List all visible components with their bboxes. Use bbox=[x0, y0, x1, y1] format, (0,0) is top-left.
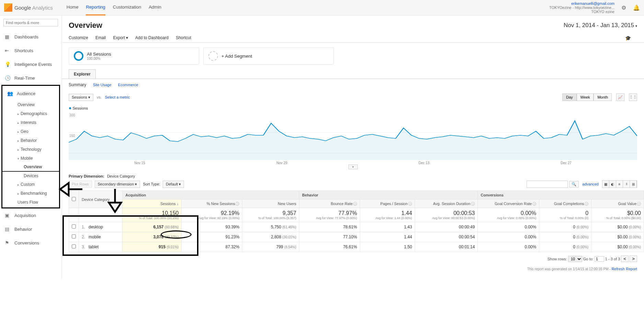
audience-interests[interactable]: Interests bbox=[2, 118, 59, 127]
select-metric[interactable]: Select a metric bbox=[105, 95, 130, 99]
notifications-bell-icon[interactable]: 🔔 bbox=[633, 4, 640, 11]
sort-arrow-icon: ↓ bbox=[177, 202, 179, 206]
sidebar-acquisition[interactable]: ▣Acquisition bbox=[0, 208, 61, 222]
col-device-category[interactable]: Device Category bbox=[79, 191, 123, 208]
view-pie-icon[interactable]: ◐ bbox=[609, 181, 616, 188]
help-icon[interactable]: ? bbox=[585, 202, 588, 206]
col-new-users[interactable]: New Users bbox=[242, 200, 299, 208]
btn-shortcut[interactable]: Shortcut bbox=[176, 35, 191, 40]
col-duration[interactable]: Avg. Session Duration? bbox=[415, 200, 478, 208]
brand: Google Analytics bbox=[14, 5, 53, 11]
rows-per-page[interactable]: 10 bbox=[568, 256, 582, 262]
audience-mobile[interactable]: Mobile bbox=[2, 154, 59, 163]
col-pages[interactable]: Pages / Session? bbox=[360, 200, 415, 208]
table-row[interactable]: 1. desktop 6,157 (60.66%) 93.39% 5,750 (… bbox=[69, 222, 644, 232]
audience-behavior[interactable]: Behavior bbox=[2, 136, 59, 145]
chart-type-motion-icon[interactable]: ⋮⋮ bbox=[629, 93, 637, 101]
sidebar-realtime[interactable]: 🕒Real-Time bbox=[0, 71, 61, 85]
nav-admin[interactable]: Admin bbox=[149, 0, 161, 15]
subtab-ecommerce[interactable]: Ecommerce bbox=[118, 83, 138, 87]
people-icon: 👥 bbox=[7, 91, 13, 96]
col-goal-rate[interactable]: Goal Conversion Rate? bbox=[478, 200, 539, 208]
legend-dot-icon: ● bbox=[69, 105, 71, 111]
search-input[interactable] bbox=[3, 19, 58, 26]
help-icon[interactable]: ? bbox=[532, 202, 536, 206]
help-icon[interactable]: ? bbox=[353, 202, 357, 206]
btn-add-dashboard[interactable]: Add to Dashboard bbox=[135, 35, 169, 40]
audience-users-flow[interactable]: Users Flow bbox=[2, 198, 59, 207]
account-email[interactable]: erikemanuelli@gmail.com bbox=[549, 1, 614, 5]
page-title: Overview bbox=[69, 21, 102, 30]
sort-type-dropdown[interactable]: Default ▾ bbox=[163, 181, 184, 188]
date-range-picker[interactable]: Nov 1, 2014 - Jan 13, 2015▾ bbox=[564, 22, 637, 29]
metric-dropdown[interactable]: Sessions ▾ bbox=[69, 94, 93, 101]
behavior-icon: ▤ bbox=[5, 226, 11, 232]
table-row[interactable]: 2. mobile 3,078 (30.33%) 91.23% 2,808 (3… bbox=[69, 232, 644, 242]
nav-home[interactable]: Home bbox=[67, 0, 79, 15]
sidebar-behavior[interactable]: ▤Behavior bbox=[0, 222, 61, 236]
pager-prev[interactable]: < bbox=[621, 255, 629, 262]
subtab-site-usage[interactable]: Site Usage bbox=[93, 83, 112, 87]
btn-plot-rows: Plot Rows bbox=[69, 181, 92, 188]
select-all-checkbox[interactable] bbox=[72, 197, 76, 201]
audience-custom[interactable]: Custom bbox=[2, 180, 59, 189]
view-bar-icon[interactable]: ≡ bbox=[616, 181, 623, 188]
help-icon[interactable]: ? bbox=[408, 202, 412, 206]
refresh-report[interactable]: Refresh Report bbox=[611, 267, 637, 271]
col-goal-comp[interactable]: Goal Completions? bbox=[539, 200, 591, 208]
nav-customization[interactable]: Customization bbox=[113, 0, 141, 15]
sidebar-dashboards[interactable]: ▦Dashboards bbox=[0, 30, 61, 44]
mobile-devices[interactable]: Devices bbox=[2, 172, 59, 180]
help-icon[interactable]: ? bbox=[235, 202, 239, 206]
btn-day[interactable]: Day bbox=[562, 93, 577, 101]
btn-export[interactable]: Export ▾ bbox=[113, 35, 128, 40]
sidebar-audience[interactable]: 👥Audience bbox=[2, 87, 59, 100]
help-icon[interactable]: ? bbox=[637, 202, 641, 206]
col-bounce[interactable]: Bounce Rate? bbox=[299, 200, 360, 208]
row-checkbox[interactable] bbox=[72, 244, 76, 249]
row-checkbox[interactable] bbox=[72, 224, 76, 229]
chart-expand-handle[interactable]: ▾ bbox=[348, 164, 358, 169]
col-goal-value[interactable]: Goal Value? bbox=[591, 200, 644, 208]
search-icon[interactable]: 🔍 bbox=[569, 181, 579, 188]
btn-week[interactable]: Week bbox=[577, 93, 594, 101]
sidebar-conversions[interactable]: ⚑Conversions bbox=[0, 236, 61, 250]
view-pivot-icon[interactable]: ⊞ bbox=[630, 181, 637, 188]
audience-benchmarking[interactable]: Benchmarking bbox=[2, 189, 59, 198]
add-circle-icon bbox=[208, 51, 218, 61]
education-icon[interactable]: 🎓 bbox=[625, 35, 631, 41]
chart-type-line-icon[interactable]: 📈 bbox=[616, 93, 624, 101]
tab-explorer[interactable]: Explorer bbox=[69, 69, 96, 79]
btn-month[interactable]: Month bbox=[594, 93, 612, 101]
nav-reporting[interactable]: Reporting bbox=[86, 0, 105, 15]
secondary-dimension[interactable]: Secondary dimension ▾ bbox=[95, 181, 140, 188]
table-row[interactable]: 3. tablet 915 (9.01%) 87.32% 799 (8.54%)… bbox=[69, 242, 644, 252]
advanced-link[interactable]: advanced bbox=[582, 182, 599, 186]
table-search-input[interactable] bbox=[527, 181, 568, 188]
goto-input[interactable] bbox=[595, 256, 604, 262]
pager-range: 1 - 3 of 3 bbox=[605, 257, 620, 261]
audience-demographics[interactable]: Demographics bbox=[2, 109, 59, 118]
audience-technology[interactable]: Technology bbox=[2, 145, 59, 154]
view-table-icon[interactable]: ▦ bbox=[602, 181, 609, 188]
view-compare-icon[interactable]: ⫴ bbox=[623, 181, 630, 188]
col-new-sessions[interactable]: % New Sessions? bbox=[182, 200, 242, 208]
row-checkbox[interactable] bbox=[72, 234, 76, 239]
audience-overview[interactable]: Overview bbox=[2, 100, 59, 109]
subtab-summary[interactable]: Summary bbox=[69, 82, 86, 87]
add-segment[interactable]: + Add Segment bbox=[203, 47, 334, 65]
mobile-overview[interactable]: Overview bbox=[2, 163, 59, 172]
sidebar-intelligence[interactable]: 💡Intelligence Events bbox=[0, 57, 61, 71]
segment-all-sessions[interactable]: All Sessions100.00% bbox=[69, 47, 199, 65]
pager-next[interactable]: > bbox=[630, 255, 637, 262]
col-sessions[interactable]: Sessions ↓ bbox=[123, 200, 182, 208]
audience-geo[interactable]: Geo bbox=[2, 127, 59, 136]
chevron-down-icon: ▾ bbox=[635, 24, 637, 28]
btn-email[interactable]: Email bbox=[95, 35, 106, 40]
help-icon[interactable]: ? bbox=[471, 202, 475, 206]
sidebar-shortcuts[interactable]: ⇤Shortcuts bbox=[0, 44, 61, 57]
ytick-300: 300 bbox=[69, 113, 75, 117]
svg-marker-2 bbox=[69, 121, 637, 160]
settings-gear-icon[interactable]: ⚙ bbox=[621, 4, 626, 11]
btn-customize[interactable]: Customize bbox=[69, 35, 88, 40]
